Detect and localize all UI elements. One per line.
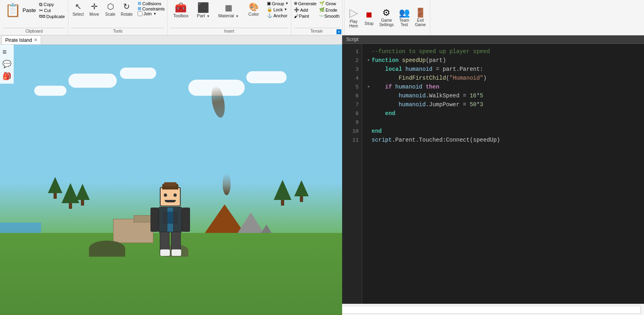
group-dropdown[interactable]: ▼ [285, 2, 289, 5]
code-line-9: ▸ [367, 118, 639, 127]
lock-icon: 🔒 [267, 7, 272, 12]
code-token: FindFirstChild [372, 74, 446, 82]
cut-button[interactable]: ✂ Cut [39, 8, 65, 13]
material-button[interactable]: ◼ Material ▼ [215, 1, 242, 19]
stop-button[interactable]: ■ Stop [362, 8, 376, 27]
code-token: * [477, 91, 480, 100]
line-num-6: 6 [342, 91, 362, 100]
edit-expand-button[interactable]: ▾ [336, 29, 341, 34]
code-token: speedUp [398, 56, 425, 65]
join-dropdown[interactable]: ▼ [153, 12, 157, 16]
tree-left-1 [48, 177, 62, 199]
code-token: 3 [480, 100, 483, 109]
rotate-icon: ↻ [123, 2, 130, 11]
clipboard-section: 📋 Paste ⧉ Copy ✂ Cut ⧉⧉ Duplicate [0, 0, 68, 35]
copy-button[interactable]: ⧉ Copy [39, 2, 65, 7]
mound-left [89, 241, 125, 257]
smooth-button[interactable]: 〰 Smooth [319, 14, 340, 19]
smooth-icon: 〰 [319, 14, 324, 19]
constraints-checkbox-row[interactable]: ⊠ Constraints [138, 6, 165, 11]
team-test-button[interactable]: 👥 TeamTest [397, 7, 411, 28]
grow-icon: 🌱 [319, 1, 325, 6]
pirate-island-tab[interactable]: Pirate Island ✕ [2, 35, 41, 44]
play-section: ▷ PlayHere ■ Stop ⚙ GameSettings 👥 TeamT… [344, 0, 431, 35]
group-button[interactable]: ▣ Group ▼ [267, 1, 289, 6]
material-dropdown-arrow[interactable]: ▼ [235, 14, 239, 18]
collisions-checkbox-row[interactable]: ⊞ Collisions [138, 1, 165, 6]
join-checkbox[interactable] [138, 11, 142, 16]
line-num-7: 7 [342, 100, 362, 109]
tab-bar: Pirate Island ✕ [0, 35, 342, 45]
paint-button[interactable]: 🖌 Paint [294, 14, 317, 19]
line-num-10: 10 [342, 127, 362, 136]
play-here-button[interactable]: ▷ PlayHere [347, 5, 361, 29]
code-token: humanoid [392, 82, 426, 91]
hamburger-icon[interactable]: ≡ [2, 47, 12, 57]
viewport-sidebar: ≡ 💬 🎒 [0, 45, 14, 84]
code-token: function [372, 56, 398, 65]
chat-icon[interactable]: 💬 [2, 59, 12, 69]
color-button[interactable]: 🎨 Color [244, 1, 264, 18]
viewport-wrapper: Pirate Island ✕ ≡ 💬 🎒 [0, 35, 342, 304]
code-token: --function to speed up player speed [372, 47, 490, 56]
tools-section: ↖ Select ✛ Move ⬡ Scale ↻ Rotate ⊞ [68, 0, 167, 35]
play-here-icon: ▷ [349, 6, 358, 19]
code-line-11: ▸ script .Parent.Touched:Connect(speedUp… [367, 136, 639, 144]
join-row[interactable]: Join ▼ [138, 11, 165, 16]
fold-5[interactable]: ▾ [367, 82, 370, 91]
move-icon: ✛ [91, 2, 98, 11]
erode-button[interactable]: 🌿 Erode [319, 7, 340, 12]
constraints-icon: ⊠ [138, 6, 141, 11]
select-button[interactable]: ↖ Select [71, 1, 85, 17]
code-token: humanoid [372, 91, 425, 100]
line-num-9: 9 [342, 118, 362, 127]
game-settings-button[interactable]: ⚙ GameSettings [378, 7, 395, 28]
code-line-3: ▸ local humanoid = part.Parent: [367, 65, 639, 74]
tree-right-2 [294, 180, 309, 202]
fold-2[interactable]: ▾ [367, 56, 370, 65]
lock-button[interactable]: 🔒 Lock ▼ [267, 7, 289, 12]
exit-game-button[interactable]: 🚪 ExitGame [413, 7, 427, 28]
color-icon: 🎨 [249, 2, 259, 12]
duplicate-button[interactable]: ⧉⧉ Duplicate [39, 14, 65, 19]
viewport[interactable]: ≡ 💬 🎒 [0, 45, 342, 315]
anchor-icon: ⚓ [267, 13, 272, 18]
grow-button[interactable]: 🌱 Grow [319, 1, 340, 6]
tools-label: Tools [71, 28, 165, 33]
pirate-island-tab-close[interactable]: ✕ [34, 37, 37, 43]
move-button[interactable]: ✛ Move [87, 1, 101, 17]
lock-dropdown[interactable]: ▼ [284, 8, 287, 11]
code-line-4: ▸ FindFirstChild ( "Humanoid" ) [367, 74, 639, 82]
duplicate-icon: ⧉⧉ [39, 14, 45, 19]
main-area: Pirate Island ✕ ≡ 💬 🎒 [0, 35, 644, 304]
code-token: = part.Parent: [436, 65, 483, 74]
backpack-icon[interactable]: 🎒 [2, 71, 12, 81]
rotate-button[interactable]: ↻ Rotate [119, 1, 134, 17]
code-token: 16 [470, 91, 477, 100]
code-token: .JumpPower = [426, 100, 470, 109]
building [113, 219, 153, 243]
tree-right-1 [274, 180, 291, 206]
code-token: (part) [426, 56, 446, 65]
toolbox-button[interactable]: 🧰 Toolbox [170, 1, 192, 19]
exit-game-icon: 🚪 [415, 8, 426, 18]
code-line-1: ▸ --function to speed up player speed [367, 47, 639, 56]
paste-icon: 📋 [5, 2, 21, 18]
line-num-5: 5 [342, 82, 362, 91]
generate-icon: ⊕ [294, 1, 297, 6]
code-token: if [372, 82, 392, 91]
code-line-8: ▸ end [367, 109, 639, 118]
code-token: ) [483, 74, 487, 82]
scale-button[interactable]: ⬡ Scale [103, 1, 118, 17]
anchor-button[interactable]: ⚓ Anchor [267, 13, 289, 18]
code-token: 50 [470, 100, 477, 109]
script-panel: Script 1 2 3 4 5 6 7 8 9 10 11 ▸ --funct… [342, 35, 644, 304]
part-button[interactable]: ⬛ Part ▼ [193, 1, 213, 19]
add-terrain-button[interactable]: ➕ Add [294, 7, 317, 12]
code-area[interactable]: ▸ --function to speed up player speed ▾ … [362, 44, 644, 304]
part-dropdown-arrow[interactable]: ▼ [206, 14, 210, 18]
generate-button[interactable]: ⊕ Generate [294, 1, 317, 6]
code-line-6: ▸ humanoid .WalkSpeed = 16 * 5 [367, 91, 639, 100]
line-num-2: 2 [342, 56, 362, 65]
paste-button[interactable]: 📋 Paste [3, 2, 37, 19]
